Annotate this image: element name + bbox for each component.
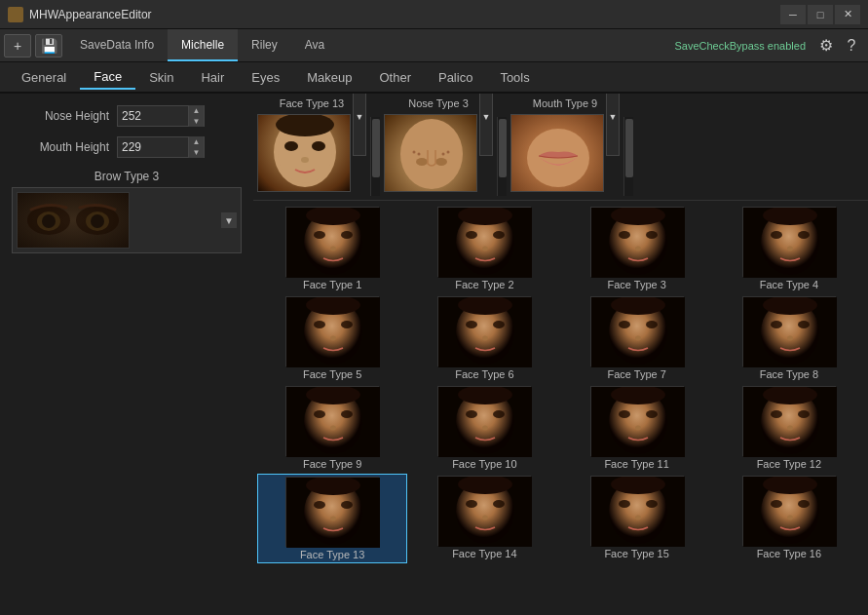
- mouth-preset-image: [510, 114, 604, 192]
- svg-point-43: [787, 247, 793, 251]
- svg-point-91: [787, 426, 793, 431]
- save-bypass-status: SaveCheckBypass enabled: [674, 40, 806, 52]
- face-preset-scrollbar[interactable]: [370, 117, 380, 196]
- face-type-cell-3[interactable]: Face Type 3: [562, 205, 712, 292]
- nose-height-row: Nose Height ▲ ▼: [12, 105, 242, 127]
- tab-tools[interactable]: Tools: [486, 66, 543, 89]
- svg-point-85: [635, 426, 641, 431]
- svg-point-13: [416, 158, 428, 166]
- svg-point-42: [798, 231, 810, 239]
- face-type-cell-4[interactable]: Face Type 4: [714, 205, 864, 292]
- face-type-cell-6[interactable]: Face Type 6: [409, 294, 559, 382]
- svg-point-4: [42, 214, 56, 228]
- face-thumb-1: [285, 207, 379, 277]
- nose-preset-dropdown[interactable]: ▼: [479, 94, 493, 156]
- face-thumb-15: [590, 476, 684, 546]
- close-button[interactable]: ✕: [835, 5, 860, 24]
- mouth-height-down[interactable]: ▼: [188, 147, 204, 158]
- face-type-cell-10[interactable]: Face Type 10: [409, 384, 559, 472]
- mouth-preset-col: Mouth Type 9: [507, 97, 623, 196]
- svg-point-109: [635, 516, 641, 520]
- minimize-button[interactable]: ─: [780, 5, 806, 24]
- svg-point-114: [798, 500, 810, 508]
- svg-point-89: [771, 410, 782, 418]
- svg-point-78: [493, 410, 505, 418]
- tab-other[interactable]: Other: [365, 66, 425, 89]
- nose-height-down[interactable]: ▼: [188, 116, 204, 127]
- right-panel: Face Type 13: [253, 94, 868, 615]
- mouth-preset-scrollbar[interactable]: [623, 117, 633, 196]
- face-type-cell-7[interactable]: Face Type 7: [562, 294, 712, 382]
- brow-type-label: Brow Type 3: [12, 170, 242, 183]
- tab-eyes[interactable]: Eyes: [238, 66, 293, 89]
- nose-height-up[interactable]: ▲: [188, 105, 204, 116]
- tab-hair[interactable]: Hair: [187, 66, 238, 89]
- tab-makeup[interactable]: Makeup: [293, 66, 365, 89]
- nose-height-input[interactable]: [118, 109, 188, 123]
- svg-point-65: [771, 321, 782, 328]
- face-type-cell-16[interactable]: Face Type 16: [714, 474, 864, 563]
- settings-button[interactable]: ⚙: [813, 34, 839, 58]
- tab-general[interactable]: General: [8, 66, 80, 89]
- face-type-cell-8[interactable]: Face Type 8: [714, 294, 864, 382]
- svg-point-55: [482, 336, 488, 341]
- brow-dropdown-arrow[interactable]: ▼: [221, 212, 237, 228]
- svg-point-60: [646, 321, 658, 328]
- new-character-button[interactable]: +: [4, 34, 31, 58]
- tab-face[interactable]: Face: [80, 65, 135, 90]
- tab-michelle[interactable]: Michelle: [168, 29, 238, 61]
- face-type-label-1: Face Type 1: [303, 279, 361, 290]
- mouth-height-up[interactable]: ▲: [188, 136, 204, 147]
- mouth-preset-label: Mouth Type 9: [533, 97, 597, 109]
- mouth-height-input-wrap: ▲ ▼: [117, 136, 205, 158]
- svg-point-15: [413, 151, 416, 154]
- svg-point-9: [312, 141, 325, 151]
- face-type-cell-5[interactable]: Face Type 5: [257, 294, 407, 382]
- svg-point-36: [646, 231, 658, 239]
- nose-preset-image: [384, 114, 477, 192]
- tab-ava[interactable]: Ava: [291, 29, 338, 61]
- svg-point-84: [646, 410, 658, 418]
- tab-palico[interactable]: Palico: [425, 66, 486, 89]
- tab-savedata[interactable]: SaveData Info: [66, 29, 168, 61]
- mouth-height-spinners: ▲ ▼: [188, 136, 204, 158]
- svg-point-48: [341, 321, 353, 328]
- face-type-label-15: Face Type 15: [604, 548, 668, 559]
- svg-point-17: [447, 151, 450, 154]
- face-type-cell-9[interactable]: Face Type 9: [257, 384, 407, 472]
- svg-point-30: [493, 231, 505, 239]
- face-thumb-7: [590, 296, 684, 366]
- svg-point-67: [787, 336, 793, 341]
- face-type-cell-13[interactable]: Face Type 13: [257, 474, 407, 563]
- face-preset-col: Face Type 13: [253, 97, 370, 196]
- left-panel: Nose Height ▲ ▼ Mouth Height ▲ ▼ Brow Ty…: [0, 94, 253, 615]
- main-content: Nose Height ▲ ▼ Mouth Height ▲ ▼ Brow Ty…: [0, 94, 868, 615]
- save-button[interactable]: 💾: [35, 34, 62, 58]
- face-preset-dropdown[interactable]: ▼: [353, 94, 366, 156]
- face-type-label-6: Face Type 6: [455, 368, 513, 380]
- face-type-cell-12[interactable]: Face Type 12: [714, 384, 864, 472]
- face-type-cell-2[interactable]: Face Type 2: [409, 205, 559, 292]
- face-preset-image: [257, 114, 351, 192]
- mouth-height-input[interactable]: [118, 140, 188, 154]
- face-type-cell-14[interactable]: Face Type 14: [409, 474, 559, 563]
- tab-riley[interactable]: Riley: [238, 29, 291, 61]
- help-button[interactable]: ?: [839, 34, 864, 58]
- face-thumb-11: [590, 386, 684, 456]
- svg-point-71: [314, 410, 325, 418]
- nose-preset-scrollbar[interactable]: [497, 117, 507, 196]
- svg-point-23: [314, 231, 325, 239]
- nose-height-label: Nose Height: [12, 109, 109, 123]
- face-type-cell-1[interactable]: Face Type 1: [257, 205, 407, 292]
- face-thumb-6: [437, 296, 531, 366]
- face-thumb-2: [437, 207, 531, 277]
- svg-point-90: [798, 410, 810, 418]
- face-type-cell-11[interactable]: Face Type 11: [562, 384, 712, 472]
- brow-preview-image: [17, 192, 130, 249]
- face-type-cell-15[interactable]: Face Type 15: [562, 474, 712, 563]
- tab-skin[interactable]: Skin: [135, 66, 187, 89]
- face-type-grid: Face Type 1 Face Type 2: [253, 201, 868, 615]
- mouth-preset-dropdown[interactable]: ▼: [606, 94, 620, 156]
- maximize-button[interactable]: □: [808, 5, 833, 24]
- svg-point-79: [482, 426, 488, 431]
